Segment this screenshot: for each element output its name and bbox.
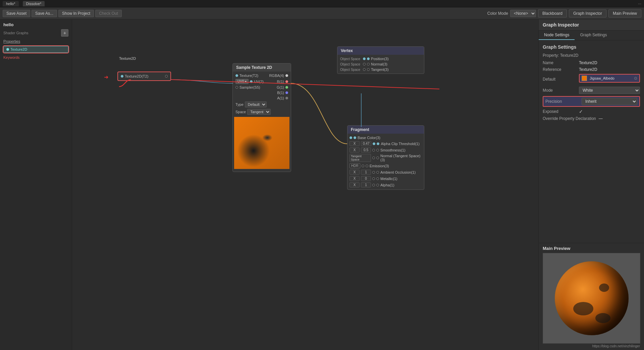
tab-node-settings[interactable]: Node Settings xyxy=(539,31,575,40)
base-color-out-port[interactable] xyxy=(354,136,356,139)
property-section-title: Property: Texture2D xyxy=(543,53,640,58)
precision-row: Precision Inherit xyxy=(543,96,640,107)
emission-out[interactable] xyxy=(366,165,368,167)
inspector-content: Graph Settings Property: Texture2D Name … xyxy=(539,40,644,243)
default-label: Default xyxy=(543,77,576,82)
smoothness-val[interactable]: 0.5 xyxy=(361,147,371,152)
sphere-detail-3 xyxy=(595,313,610,323)
tex-input-port[interactable] xyxy=(235,74,238,77)
metallic-val[interactable]: 0 xyxy=(361,176,371,181)
position-port[interactable] xyxy=(363,57,366,60)
sampler-label: Sampler(S5) xyxy=(239,85,260,89)
b-output-port[interactable] xyxy=(285,91,288,94)
default-texture-swatch xyxy=(582,76,587,81)
hdr-badge: HDR xyxy=(350,163,360,168)
uv-badge[interactable]: UV0 ▾ xyxy=(235,79,249,84)
graph-settings-sublabel: Graph Settings xyxy=(543,44,640,50)
color-mode-section: Color Mode <None> Blackboard Graph Inspe… xyxy=(487,9,641,17)
smoothness-label: Smoothness(1) xyxy=(380,148,406,152)
normal-tangent-out[interactable] xyxy=(376,157,379,159)
uv-input-row: UV0 ▾ UV(2) R(1) xyxy=(233,78,291,85)
window-controls[interactable]: ··· xyxy=(638,1,641,6)
precision-select[interactable]: Inherit xyxy=(582,98,637,105)
tex-input-row: Texture(T2) RGBA(4) xyxy=(233,73,291,78)
check-out-button[interactable]: Check Out xyxy=(95,10,122,17)
alpha-val[interactable]: 1 xyxy=(361,182,371,187)
tab-graph-settings[interactable]: Graph Settings xyxy=(575,31,612,40)
show-in-project-button[interactable]: Show In Project xyxy=(58,10,94,17)
add-property-button[interactable]: + xyxy=(61,29,68,37)
space-row: Space Tangent xyxy=(233,108,291,116)
position-out-port[interactable] xyxy=(367,57,370,60)
sampler-port[interactable] xyxy=(235,86,238,89)
blackboard-button[interactable]: Blackboard xyxy=(538,9,567,17)
alpha-clip-port[interactable] xyxy=(373,142,375,145)
tangent-prefix: Object Space xyxy=(340,68,360,72)
tab-hello[interactable]: hello* xyxy=(3,1,19,6)
texture-preview-inner xyxy=(234,117,289,169)
ao-val[interactable]: 1 xyxy=(361,170,371,175)
toolbar: Save Asset Save As... Show In Project Ch… xyxy=(0,7,644,19)
tab-dissolve[interactable]: Dissolve* xyxy=(23,1,45,6)
texture2d-property-chip[interactable]: Texture2D xyxy=(3,46,68,53)
reference-row: Reference Texture2D xyxy=(543,67,640,72)
a-output-port[interactable] xyxy=(285,97,288,99)
precision-label: Precision xyxy=(545,99,579,104)
position-label: Position(3) xyxy=(371,57,389,61)
normal-out-port[interactable] xyxy=(367,63,370,65)
mode-row: Mode White xyxy=(543,87,640,94)
alpha-clip-out[interactable] xyxy=(377,142,379,145)
r-output-port[interactable] xyxy=(285,80,288,83)
mode-label: Mode xyxy=(543,88,576,93)
smoothness-x: X xyxy=(350,147,360,152)
save-asset-button[interactable]: Save Asset xyxy=(3,10,30,17)
b-output-label: B(1) xyxy=(277,91,284,95)
base-color-port[interactable] xyxy=(350,136,352,139)
normal-tangent-port[interactable] xyxy=(372,157,375,159)
exposed-checkmark[interactable]: ✓ xyxy=(579,109,583,114)
rgba-output-port[interactable] xyxy=(285,74,288,77)
texture2d-output-port[interactable] xyxy=(121,75,123,78)
texture2d-output-right[interactable] xyxy=(165,75,168,78)
sample-texture-2d-node[interactable]: Sample Texture 2D Texture(T2) RGBA(4) UV… xyxy=(232,63,291,172)
ao-out[interactable] xyxy=(376,171,379,174)
graph-inspector-button[interactable]: Graph Inspector xyxy=(569,9,606,17)
target-icon[interactable]: ⊙ xyxy=(634,76,637,81)
default-texture-container[interactable]: Jigsaw_Albedo ⊙ xyxy=(579,74,640,83)
wire-overlay xyxy=(72,19,538,350)
save-as-button[interactable]: Save As... xyxy=(32,10,57,17)
normal-port[interactable] xyxy=(363,63,366,65)
type-label: Type xyxy=(235,102,244,106)
smoothness-port[interactable] xyxy=(372,149,375,151)
tangent-port[interactable] xyxy=(363,68,366,71)
alpha-clip-val[interactable]: 0.47 xyxy=(361,141,371,146)
mode-select[interactable]: White xyxy=(579,87,640,94)
metallic-port[interactable] xyxy=(372,177,375,180)
emission-port[interactable] xyxy=(362,165,364,167)
color-mode-select[interactable]: <None> xyxy=(510,10,536,17)
tangent-out-port[interactable] xyxy=(367,68,370,71)
main-preview-title: Main Preview xyxy=(543,246,640,251)
space-select[interactable]: Tangent xyxy=(247,109,271,115)
metallic-out[interactable] xyxy=(376,177,379,180)
g-output-port[interactable] xyxy=(285,86,288,89)
alpha-port[interactable] xyxy=(372,184,375,186)
shader-graphs-label: Shader Graphs xyxy=(3,31,29,35)
reference-label: Reference xyxy=(543,67,576,72)
main-preview-button[interactable]: Main Preview xyxy=(608,9,641,17)
rgba-output-label: RGBA(4) xyxy=(269,74,284,78)
preview-sphere-container[interactable] xyxy=(543,253,640,344)
fragment-node[interactable]: Fragment Base Color(3) X 0.47 Alpha Clip… xyxy=(347,125,424,190)
name-value: Texture2D xyxy=(579,60,640,65)
uv-port[interactable] xyxy=(250,80,253,83)
a-output-label: A(1) xyxy=(277,96,284,100)
smoothness-out[interactable] xyxy=(376,149,379,151)
uv-label: UV(2) xyxy=(254,80,264,84)
texture2d-property-node[interactable]: Texture2D(T2) xyxy=(117,72,171,81)
ao-port[interactable] xyxy=(372,171,375,174)
canvas-area[interactable]: Texture2D ➜ Texture2D(T2) Sample Texture… xyxy=(72,19,538,350)
type-select[interactable]: Default xyxy=(245,101,267,107)
inspector-title: Graph Inspector xyxy=(539,19,644,31)
alpha-out[interactable] xyxy=(376,184,379,186)
vertex-node[interactable]: Vertex Object Space Position(3) Object S… xyxy=(337,46,424,74)
